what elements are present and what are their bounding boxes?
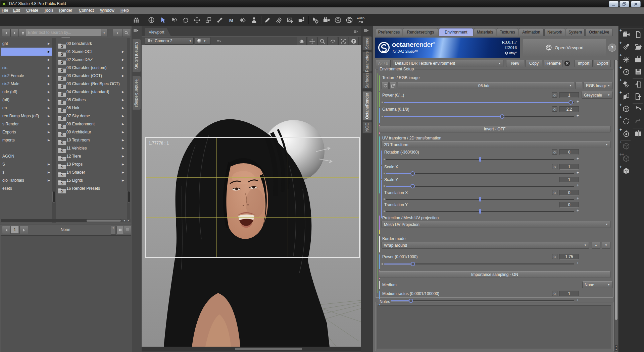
tab-environment[interactable]: Environment — [439, 28, 473, 36]
scroll-thumb[interactable] — [127, 191, 130, 202]
folder-row[interactable]: 14 Shader▶ — [56, 168, 127, 176]
power2-reset-button[interactable]: ◇ — [552, 254, 557, 259]
undo-button[interactable] — [634, 105, 643, 113]
category-row[interactable]: ▶ — [1, 56, 52, 64]
search-history-dropdown[interactable]: ▼ — [101, 29, 107, 37]
menu-render[interactable]: Render — [59, 8, 72, 13]
power-slider[interactable]: + — [382, 100, 574, 104]
octane-viewport-tool[interactable] — [345, 15, 354, 25]
folder-row[interactable]: 03 Charakter (RedSpec OCT)▶ — [56, 80, 127, 88]
auto-refresh-tool[interactable]: AUTO — [356, 15, 365, 25]
tab-octanerender[interactable]: OctaneRender — [362, 91, 372, 121]
expand-arrow-icon[interactable]: ▶ — [48, 48, 50, 56]
new-camera-button[interactable]: + — [622, 30, 631, 39]
notes-textarea[interactable] — [378, 305, 611, 349]
tab-surfaces[interactable]: Surfaces — [362, 72, 372, 89]
page-number[interactable]: 1 — [11, 226, 19, 233]
expand-arrow-icon[interactable]: ▶ — [48, 104, 50, 112]
slider-track[interactable] — [384, 116, 574, 117]
tab-scene[interactable]: Scene — [362, 36, 372, 50]
menu-create[interactable]: Create — [26, 8, 38, 13]
expand-arrow-icon[interactable]: ▶ — [122, 128, 124, 136]
expand-arrow-icon[interactable]: ▶ — [122, 88, 124, 96]
menu-help[interactable]: Help — [120, 8, 129, 13]
expand-arrow-icon[interactable]: ▶ — [122, 112, 124, 120]
folder-row[interactable]: 12 Tiere▶ — [56, 152, 127, 160]
octane-render-tool[interactable] — [333, 15, 343, 25]
translation-x-value[interactable]: 0 — [559, 190, 579, 195]
export-button[interactable] — [634, 92, 643, 101]
measure-tool[interactable]: M — [227, 15, 236, 25]
category-row[interactable]: ▶ — [1, 144, 52, 152]
slider-track[interactable] — [384, 263, 574, 265]
viewport-options-icon[interactable] — [216, 38, 221, 44]
power-mode-dropdown[interactable]: Greyscale▼ — [582, 92, 612, 99]
preset-export-button[interactable]: Export — [594, 60, 611, 67]
slider-track[interactable] — [386, 186, 574, 187]
expand-arrow-icon[interactable]: ▶ — [48, 168, 50, 176]
menu-window[interactable]: Window — [100, 8, 114, 13]
slider-track[interactable] — [384, 102, 574, 103]
drawstyle-selector[interactable]: ▼ — [195, 37, 211, 45]
translation-y-slider[interactable]: + — [384, 209, 574, 213]
save-button[interactable] — [634, 67, 643, 76]
expand-arrow-icon[interactable]: ▶ — [122, 144, 124, 152]
scroll-down-button[interactable]: ▼ — [615, 348, 617, 351]
category-row[interactable]: en▶ — [1, 104, 52, 112]
scale-y-slider[interactable]: + — [384, 184, 574, 188]
slider-increment[interactable]: + — [577, 99, 579, 104]
tab-content-library[interactable]: Content Library — [132, 39, 141, 72]
gamma-slider[interactable]: + — [382, 114, 574, 118]
grid-view-button[interactable] — [116, 226, 124, 234]
scroll-thumb[interactable] — [52, 191, 55, 202]
expand-arrow-icon[interactable]: ▶ — [122, 120, 124, 128]
translation-x-reset-button[interactable]: ◇ — [552, 190, 557, 195]
folder-row[interactable]: 00 benchmark▶ — [56, 40, 127, 48]
expand-arrow-icon[interactable]: ▶ — [48, 56, 50, 64]
border-next-button[interactable]: ▼ — [602, 242, 610, 249]
texture-file-dropdown[interactable]: 06.hdr▼ — [398, 82, 574, 89]
slider-thumb[interactable] — [479, 157, 481, 162]
category-row[interactable]: sis2 Male▶ — [1, 80, 52, 88]
folder-row[interactable]: 07 Sky dome▶ — [56, 112, 127, 120]
folder-row[interactable]: 16 Render Presets▶ — [56, 184, 127, 192]
menu-file[interactable]: File — [2, 8, 8, 13]
preset-new-button[interactable]: New — [506, 60, 524, 67]
category-row[interactable]: s Render▶ — [1, 120, 52, 128]
scroll-thumb[interactable] — [235, 348, 302, 350]
expand-arrow-icon[interactable]: ▶ — [122, 64, 124, 72]
category-row[interactable]: ren Bump Maps (off)▶ — [1, 112, 52, 120]
new-gauge-light-button[interactable]: + — [622, 67, 631, 76]
preset-rename-button[interactable]: Rename — [544, 60, 562, 67]
universal-tool[interactable] — [147, 15, 156, 25]
folder-row[interactable]: 15 Lights▶ — [56, 176, 127, 184]
medium-radius-reset-button[interactable]: ◇ — [552, 291, 557, 296]
nav-forward-button[interactable] — [10, 29, 19, 37]
brush-tool[interactable] — [274, 15, 284, 25]
rotation-reset-button[interactable]: ◇ — [552, 149, 557, 155]
gamma-reset-button[interactable]: ◇ — [552, 106, 557, 112]
expand-arrow-icon[interactable]: ▶ — [48, 88, 50, 96]
slider-thumb[interactable] — [411, 262, 415, 266]
expand-arrow-icon[interactable]: ▶ — [48, 72, 50, 80]
slider-increment[interactable]: + — [577, 156, 579, 161]
close-button[interactable] — [631, 1, 641, 7]
minimize-button[interactable] — [609, 1, 618, 7]
vertical-scrollbar[interactable] — [127, 38, 130, 219]
zoom-in-button[interactable]: + — [111, 226, 116, 230]
install-content-button[interactable] — [634, 129, 643, 138]
new-spotlight-button[interactable]: + — [622, 80, 631, 89]
folder-row[interactable]: 08 Environment▶ — [56, 120, 127, 128]
expand-arrow-icon[interactable]: ▶ — [48, 64, 50, 72]
gamma-value[interactable]: 2.2 — [559, 106, 579, 112]
new-area-light-button[interactable]: + — [622, 92, 631, 101]
search-input[interactable] — [26, 29, 101, 36]
slider-track[interactable] — [386, 173, 574, 174]
rotate-select-tool[interactable] — [169, 15, 179, 25]
new-file-button[interactable] — [634, 30, 643, 39]
geometry-edit-tool[interactable] — [263, 15, 272, 25]
viewport-pane-menu-icon[interactable] — [353, 29, 358, 35]
folder-row[interactable]: 11 Vehicles▶ — [56, 144, 127, 152]
category-row[interactable]: Exports▶ — [1, 128, 52, 136]
redo-button-disabled[interactable] — [634, 117, 643, 126]
